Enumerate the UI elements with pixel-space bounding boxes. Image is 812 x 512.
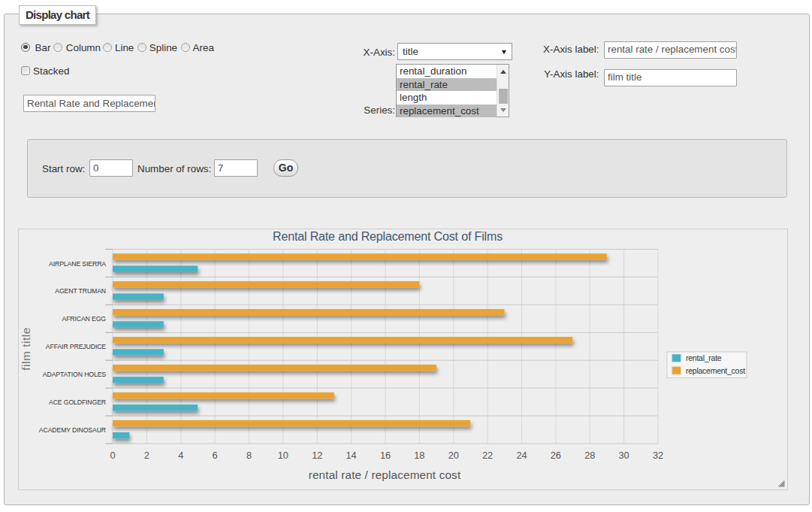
svg-text:20: 20 <box>448 450 459 461</box>
svg-text:AFRICAN EGG: AFRICAN EGG <box>62 315 106 323</box>
svg-text:rental rate / replacement cost: rental rate / replacement cost <box>309 468 461 481</box>
svg-text:ADAPTATION HOLES: ADAPTATION HOLES <box>43 371 106 378</box>
svg-text:ACE GOLDFINGER: ACE GOLDFINGER <box>49 398 106 406</box>
svg-text:film title: film title <box>20 327 32 371</box>
svg-text:30: 30 <box>619 450 629 461</box>
svg-text:8: 8 <box>246 450 252 461</box>
svg-text:0: 0 <box>110 450 115 461</box>
svg-text:AFFAIR PREJUDICE: AFFAIR PREJUDICE <box>46 343 106 350</box>
svg-text:26: 26 <box>551 450 561 461</box>
svg-text:6: 6 <box>213 450 218 461</box>
svg-text:16: 16 <box>380 450 391 461</box>
svg-text:4: 4 <box>178 450 183 461</box>
svg-text:10: 10 <box>278 450 288 461</box>
svg-text:Rental Rate and Replacement Co: Rental Rate and Replacement Cost of Film… <box>273 230 503 243</box>
svg-text:AIRPLANE SIERRA: AIRPLANE SIERRA <box>49 260 106 268</box>
svg-text:2: 2 <box>144 450 149 461</box>
svg-text:14: 14 <box>346 450 357 461</box>
svg-text:rental_rate: rental_rate <box>686 353 722 362</box>
svg-text:ACADEMY DINOSAUR: ACADEMY DINOSAUR <box>39 426 106 434</box>
svg-text:AGENT TRUMAN: AGENT TRUMAN <box>55 287 106 295</box>
svg-text:32: 32 <box>653 450 663 461</box>
svg-text:28: 28 <box>584 450 595 461</box>
svg-text:replacement_cost: replacement_cost <box>686 366 745 375</box>
svg-text:22: 22 <box>482 450 493 461</box>
svg-text:12: 12 <box>312 450 322 461</box>
svg-text:18: 18 <box>414 450 424 461</box>
svg-text:24: 24 <box>516 450 527 461</box>
